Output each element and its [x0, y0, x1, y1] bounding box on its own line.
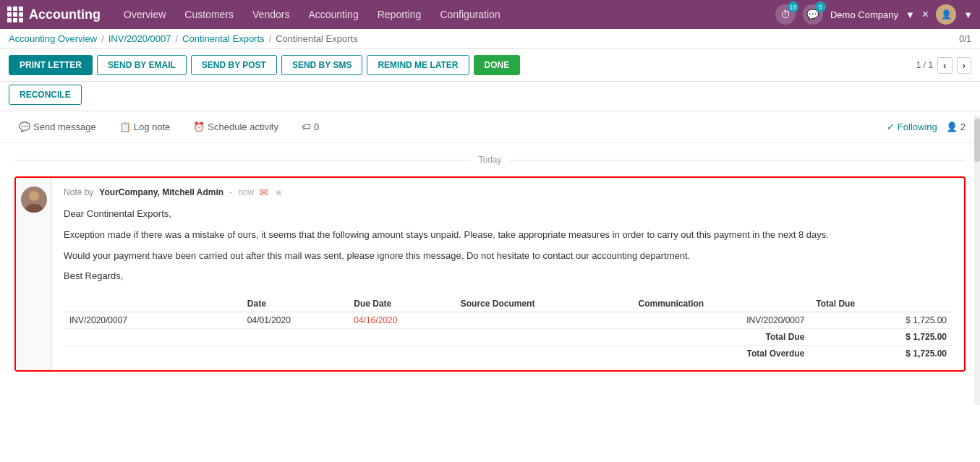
main-nav: Overview Customers Vendors Accounting Re… — [115, 3, 775, 26]
total-overdue-label: Total Overdue — [633, 346, 811, 362]
today-label: Today — [478, 155, 501, 165]
breadcrumb-accounting-overview[interactable]: Accounting Overview — [9, 33, 97, 44]
total-overdue-value: $ 1,725.00 — [810, 346, 953, 362]
record-count: 0/1 — [959, 34, 971, 44]
today-divider: Today — [0, 143, 980, 171]
note-body2: Would your payment have been carried out… — [64, 249, 953, 264]
nav-reporting[interactable]: Reporting — [369, 3, 430, 26]
send-by-email-button[interactable]: SEND BY EMAIL — [97, 55, 187, 75]
note-regards: Best Regards, — [64, 269, 953, 284]
scrollbar-thumb[interactable] — [974, 119, 980, 162]
col-date: Date — [242, 296, 348, 312]
nav-configuration[interactable]: Configuration — [431, 3, 508, 26]
breadcrumb-sep-1: / — [101, 33, 104, 44]
prev-record-button[interactable]: ‹ — [937, 57, 952, 74]
clock-notifications-button[interactable]: ⏱ 18 — [775, 4, 796, 25]
star-icon[interactable]: ★ — [274, 187, 284, 198]
nav-accounting[interactable]: Accounting — [299, 3, 367, 26]
note-sidebar — [16, 178, 52, 370]
send-message-label: Send message — [33, 121, 96, 132]
messages-button[interactable]: 💬 5 — [803, 4, 823, 25]
breadcrumb-sep-2: / — [175, 33, 178, 44]
app-name: Accounting — [29, 7, 101, 22]
svg-point-1 — [29, 191, 39, 201]
breadcrumb-invoice[interactable]: INV/2020/0007 — [108, 33, 171, 44]
following-button[interactable]: ✓ Following — [887, 121, 937, 132]
row-due-date: 04/16/2020 — [348, 312, 454, 329]
note-body1: Exception made if there was a mistake of… — [64, 228, 953, 243]
note-header: Note by YourCompany, Mitchell Admin - no… — [64, 187, 953, 198]
avatar-dropdown-icon[interactable]: ▼ — [963, 9, 973, 20]
schedule-activity-label: Schedule activity — [208, 121, 278, 132]
row-source-doc — [455, 312, 633, 329]
follower-icon: 👤 — [946, 121, 958, 132]
table-row: INV/2020/0007 04/01/2020 04/16/2020 INV/… — [64, 312, 953, 329]
total-due-value: $ 1,725.00 — [810, 329, 953, 346]
record-navigation: 0/1 — [959, 34, 971, 44]
send-message-button[interactable]: 💬 Send message — [14, 119, 101, 135]
row-date: 04/01/2020 — [242, 312, 348, 329]
tag-button[interactable]: 🏷 0 — [297, 119, 323, 135]
navbar-right: ⏱ 18 💬 5 Demo Company ▼ × 👤 ▼ — [775, 4, 973, 25]
email-icon: ✉ — [260, 187, 268, 198]
reconcile-button[interactable]: RECONCILE — [9, 85, 82, 105]
breadcrumb-current: Continental Exports — [276, 33, 357, 44]
apps-icon[interactable] — [7, 7, 23, 22]
chatter-right: ✓ Following 👤 2 — [887, 121, 966, 132]
notifications-badge: 18 — [788, 1, 798, 12]
tag-icon: 🏷 — [302, 121, 311, 132]
log-note-icon: 📋 — [119, 121, 131, 132]
row-communication: INV/2020/0007 — [633, 312, 811, 329]
send-by-post-button[interactable]: SEND BY POST — [191, 55, 277, 75]
log-note-label: Log note — [134, 121, 171, 132]
company-selector[interactable]: Demo Company — [830, 9, 898, 20]
col-ref — [64, 296, 242, 312]
total-due-label: Total Due — [633, 329, 811, 346]
reconcile-bar: RECONCILE — [0, 82, 980, 111]
col-total-due: Total Due — [810, 296, 953, 312]
follower-count[interactable]: 👤 2 — [946, 121, 966, 132]
note-greeting: Dear Continental Exports, — [64, 207, 953, 222]
note-timestamp: now — [238, 187, 254, 197]
avatar[interactable]: 👤 — [936, 4, 956, 25]
scrollbar[interactable] — [974, 116, 980, 405]
row-total-due: $ 1,725.00 — [810, 312, 953, 329]
done-button[interactable]: DONE — [474, 55, 521, 75]
nav-overview[interactable]: Overview — [115, 3, 174, 26]
follower-number: 2 — [960, 121, 966, 132]
company-dropdown-icon[interactable]: ▼ — [906, 9, 915, 20]
following-label: Following — [898, 121, 937, 132]
note-avatar — [21, 187, 47, 213]
breadcrumb-sep-3: / — [269, 33, 272, 44]
note-author: YourCompany, Mitchell Admin — [99, 187, 223, 197]
total-due-row: Total Due $ 1,725.00 — [64, 329, 953, 346]
breadcrumb-continental-exports-1[interactable]: Continental Exports — [182, 33, 264, 44]
remind-me-later-button[interactable]: REMIND ME LATER — [367, 55, 469, 75]
action-bar: PRINT LETTER SEND BY EMAIL SEND BY POST … — [0, 49, 980, 82]
col-due-date: Due Date — [348, 296, 454, 312]
schedule-activity-button[interactable]: ⏰ Schedule activity — [189, 119, 283, 135]
print-letter-button[interactable]: PRINT LETTER — [9, 55, 93, 75]
nav-customers[interactable]: Customers — [176, 3, 242, 26]
note-body: Note by YourCompany, Mitchell Admin - no… — [52, 178, 964, 370]
navbar: Accounting Overview Customers Vendors Ac… — [0, 0, 980, 29]
send-by-sms-button[interactable]: SEND BY SMS — [281, 55, 362, 75]
row-ref: INV/2020/0007 — [64, 312, 242, 329]
invoice-table: Date Due Date Source Document Communicat… — [64, 296, 953, 362]
total-overdue-row: Total Overdue $ 1,725.00 — [64, 346, 953, 362]
checkmark-icon: ✓ — [887, 121, 895, 132]
log-note-button[interactable]: 📋 Log note — [115, 119, 175, 135]
messages-badge: 5 — [815, 1, 826, 12]
app-brand: Accounting — [7, 7, 101, 22]
col-communication: Communication — [633, 296, 811, 312]
record-info: 1 / 1 — [916, 60, 933, 70]
close-icon[interactable]: × — [922, 8, 929, 21]
clock-icon: ⏰ — [193, 121, 205, 132]
tag-count: 0 — [314, 121, 319, 132]
next-record-button[interactable]: › — [957, 57, 971, 74]
note-author-prefix: Note by — [64, 187, 93, 197]
note-text: Dear Continental Exports, Exception made… — [64, 207, 953, 284]
note-time: - — [229, 187, 232, 197]
nav-vendors[interactable]: Vendors — [244, 3, 298, 26]
note-card: Note by YourCompany, Mitchell Admin - no… — [14, 176, 966, 372]
